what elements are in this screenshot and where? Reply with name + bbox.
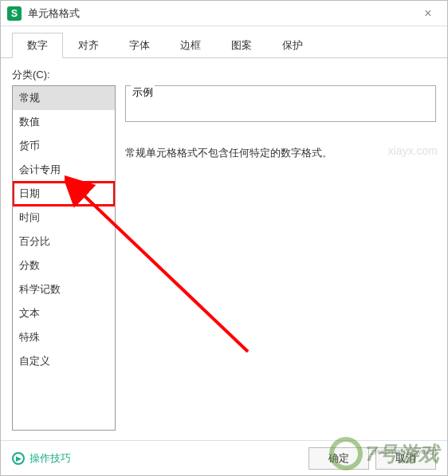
app-icon: S: [7, 6, 22, 21]
format-description: 常规单元格格式不包含任何特定的数字格式。: [125, 146, 436, 160]
tab-2[interactable]: 字体: [114, 33, 165, 57]
category-item-4[interactable]: 日期: [13, 182, 115, 206]
category-item-1[interactable]: 数值: [13, 110, 115, 134]
tab-content: 分类(C): 常规数值货币会计专用日期时间百分比分数科学记数文本特殊自定义 示例…: [1, 58, 447, 440]
close-button[interactable]: ×: [415, 3, 441, 24]
watermark-sub: ZHAOYOUXIWANG: [370, 448, 434, 456]
tab-4[interactable]: 图案: [216, 33, 267, 57]
titlebar: S 单元格格式 ×: [1, 1, 447, 26]
category-item-10[interactable]: 特殊: [13, 325, 115, 349]
tab-5[interactable]: 保护: [267, 33, 318, 57]
category-item-6[interactable]: 百分比: [13, 230, 115, 254]
cell-format-dialog: S 单元格格式 × 数字对齐字体边框图案保护 分类(C): 常规数值货币会计专用…: [0, 0, 448, 476]
category-item-5[interactable]: 时间: [13, 206, 115, 230]
tab-bar: 数字对齐字体边框图案保护: [1, 26, 447, 58]
category-item-8[interactable]: 科学记数: [13, 277, 115, 301]
tab-0[interactable]: 数字: [12, 33, 63, 58]
category-item-7[interactable]: 分数: [13, 254, 115, 277]
ok-button[interactable]: 确定: [308, 447, 369, 470]
category-item-0[interactable]: 常规: [13, 86, 115, 110]
tab-3[interactable]: 边框: [165, 33, 216, 57]
right-panel: 示例 常规单元格格式不包含任何特定的数字格式。: [125, 85, 436, 431]
tips-link[interactable]: ▶ 操作技巧: [12, 451, 71, 466]
dialog-footer: ▶ 操作技巧 确定 取消: [1, 440, 447, 475]
category-item-9[interactable]: 文本: [13, 301, 115, 325]
play-icon: ▶: [12, 452, 25, 465]
category-item-2[interactable]: 货币: [13, 134, 115, 158]
dialog-title: 单元格格式: [28, 6, 415, 21]
category-list[interactable]: 常规数值货币会计专用日期时间百分比分数科学记数文本特殊自定义: [12, 85, 116, 431]
category-item-11[interactable]: 自定义: [13, 349, 115, 373]
tab-1[interactable]: 对齐: [63, 33, 114, 57]
example-label: 示例: [131, 85, 155, 100]
category-label: 分类(C):: [12, 68, 436, 82]
example-box: 示例: [125, 85, 436, 122]
tips-label: 操作技巧: [29, 451, 71, 466]
category-item-3[interactable]: 会计专用: [13, 158, 115, 182]
